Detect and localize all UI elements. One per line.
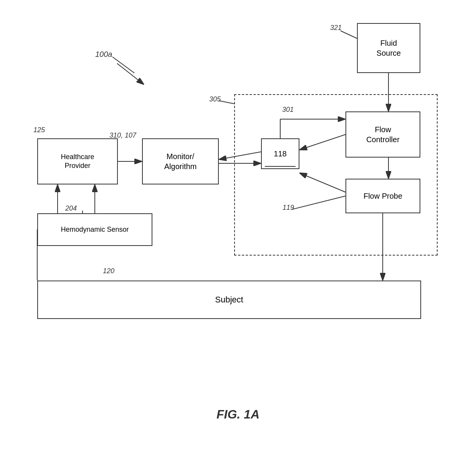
diagram: 305 FluidSource 321 FlowController 301 F…: [0, 0, 476, 455]
label-204: 204: [65, 204, 77, 213]
subject-label: Subject: [215, 294, 243, 306]
label-100a: 100a: [95, 50, 112, 59]
flow-controller-box: FlowController: [345, 111, 420, 158]
label-301: 301: [282, 106, 294, 114]
monitor-algorithm-box: Monitor/Algorithm: [142, 138, 219, 184]
interface-118-box: 118: [261, 138, 299, 169]
fluid-source-label: FluidSource: [377, 38, 401, 58]
healthcare-provider-label: HealthcareProvider: [61, 153, 94, 171]
monitor-algorithm-label: Monitor/Algorithm: [164, 151, 197, 171]
svg-line-2: [117, 63, 144, 85]
svg-line-4: [340, 31, 357, 38]
svg-line-17: [219, 101, 234, 104]
subject-box: Subject: [37, 281, 421, 319]
interface-118-label: 118: [274, 149, 286, 159]
label-120: 120: [103, 267, 114, 275]
flow-probe-box: Flow Probe: [345, 179, 420, 213]
flow-probe-label: Flow Probe: [364, 191, 402, 201]
label-119: 119: [283, 204, 294, 212]
flow-controller-label: FlowController: [366, 125, 400, 144]
hemodynamic-sensor-box: Hemodynamic Sensor: [37, 213, 152, 246]
label-305: 305: [209, 95, 221, 103]
healthcare-provider-box: HealthcareProvider: [37, 138, 118, 184]
figure-label: FIG. 1A: [173, 407, 303, 422]
hemodynamic-sensor-label: Hemodynamic Sensor: [61, 225, 129, 234]
label-125: 125: [33, 126, 45, 134]
label-321: 321: [330, 24, 342, 32]
svg-line-3: [112, 57, 134, 73]
118-underline: [265, 166, 296, 167]
fluid-source-box: FluidSource: [357, 23, 420, 73]
